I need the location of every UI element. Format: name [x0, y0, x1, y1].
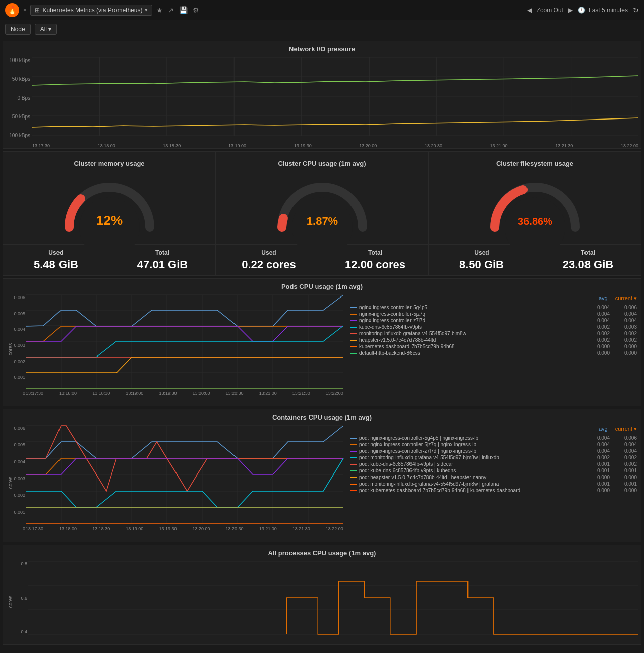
pods-legend-color-7: [350, 353, 357, 354]
containers-legend-name-8: pod: kubernetes-dashboard-7b7b5cd79b-94h…: [359, 488, 590, 493]
pods-legend-row-0: nginx-ingress-controller-5g4p5 0.004 0.0…: [350, 305, 637, 310]
pods-legend-avg-7: 0.000: [592, 350, 610, 356]
pods-legend-current-5: 0.002: [612, 337, 637, 343]
stat-label-0: Used: [7, 249, 105, 256]
stat-cpu-used: Used 0.22 cores: [216, 245, 322, 276]
pods-legend-row-3: kube-dns-6c857864fb-v9pts 0.002 0.003: [350, 324, 637, 330]
refresh-button[interactable]: ↻: [633, 6, 639, 14]
memory-gauge-title: Cluster memory usage: [7, 156, 211, 169]
pods-legend-color-0: [350, 307, 357, 308]
svg-text:36.86%: 36.86%: [518, 216, 552, 227]
grafana-logo[interactable]: 🔥: [5, 3, 19, 17]
stat-value-2: 0.22 cores: [220, 258, 318, 271]
network-x-axis: 13:17:30 13:18:00 13:18:30 13:19:00 13:1…: [32, 143, 638, 148]
containers-legend-avg-5: 0.001: [592, 468, 610, 473]
containers-legend-color-1: [350, 444, 357, 445]
pods-legend-current-7: 0.000: [612, 350, 637, 356]
pods-legend-current-1: 0.004: [612, 311, 637, 317]
containers-legend-row-6: pod: heapster-v1.5.0-7c4c7d788b-44ltd | …: [350, 474, 637, 480]
containers-legend-name-3: pod: monitoring-influxdb-grafana-v4-554f…: [359, 455, 590, 460]
pods-legend-current-4: 0.002: [612, 331, 637, 336]
all-processes-chart-area: cores 0.80.60.4: [3, 559, 641, 644]
containers-legend-avg-2: 0.004: [592, 448, 610, 454]
stat-value-5: 23.08 GiB: [539, 258, 637, 271]
zoom-back-button[interactable]: ◀: [527, 7, 532, 14]
dashboard-tab[interactable]: ⊞ Kubernetes Metrics (via Prometheus) ▾: [30, 5, 152, 16]
containers-legend-row-5: pod: kube-dns-6c857864fb-v9pts | kubedns…: [350, 468, 637, 473]
containers-legend-current-2: 0.004: [612, 448, 637, 454]
pods-legend-name-4: monitoring-influxdb-grafana-v4-554f5d97-…: [359, 331, 590, 336]
pods-cpu-title: Pods CPU usage (1m avg): [3, 279, 641, 292]
pods-legend-avg-3: 0.002: [592, 324, 610, 330]
dashboard-title: Kubernetes Metrics (via Prometheus): [42, 7, 142, 14]
pods-legend-color-5: [350, 340, 357, 341]
stat-value-0: 5.48 GiB: [7, 258, 105, 271]
pods-legend-name-6: kubernetes-dashboard-7b7b5cd79b-94h68: [359, 344, 590, 349]
pods-legend-color-2: [350, 320, 357, 321]
zoom-forward-button[interactable]: ▶: [568, 7, 573, 14]
node-filter-button[interactable]: Node: [5, 24, 31, 35]
header-icons: ★ ↗ 💾 ⚙: [156, 6, 199, 14]
containers-cpu-title: Containers CPU usage (1m avg): [3, 409, 641, 423]
network-io-panel: Network I/O pressure 100 kBps 50 kBps 0 …: [3, 41, 641, 149]
pods-legend-name-2: nginx-ingress-controller-z7l7d: [359, 318, 590, 323]
containers-cpu-chart-area: cores 0.0060.0050.0040.0030.0020.0010: [3, 423, 346, 542]
pods-legend-name-5: heapster-v1.5.0-7c4c7d788b-44ltd: [359, 337, 590, 343]
pods-legend-current-header[interactable]: current ▾: [615, 295, 637, 302]
network-io-title: Network I/O pressure: [3, 41, 641, 55]
gauges-row: Cluster memory usage 12% Cluster CPU usa…: [3, 151, 641, 245]
filesystem-gauge-panel: Cluster filesystem usage 36.86%: [429, 151, 641, 245]
containers-y-axis: 0.0060.0050.0040.0030.0020.0010: [7, 426, 25, 531]
network-y-axis: 100 kBps 50 kBps 0 Bps -50 kBps -100 kBp…: [3, 57, 32, 138]
pods-cpu-content: cores 0.0060.0050.0040.0030.0020.0010: [3, 292, 641, 406]
y-label-2: 0 Bps: [17, 95, 30, 101]
containers-legend-row-8: pod: kubernetes-dashboard-7b7b5cd79b-94h…: [350, 488, 637, 493]
containers-legend-current-0: 0.006: [612, 435, 637, 441]
pods-cpu-svg: [26, 295, 343, 388]
y-label-4: -100 kBps: [8, 133, 30, 138]
containers-legend-current-4: 0.002: [612, 461, 637, 467]
y-label-0: 100 kBps: [9, 57, 30, 63]
containers-x-axis: 13:17:3013:18:0013:18:3013:19:0013:19:30…: [26, 526, 343, 531]
containers-legend-color-2: [350, 451, 357, 452]
stat-label-3: Total: [326, 249, 424, 256]
pods-y-axis: 0.0060.0050.0040.0030.0020.0010: [7, 295, 25, 396]
time-range[interactable]: 🕐 Last 5 minutes: [578, 7, 628, 14]
containers-legend-row-1: pod: nginx-ingress-controller-5jz7q | ng…: [350, 442, 637, 447]
pods-legend-row-7: default-http-backend-86css 0.000 0.000: [350, 350, 637, 356]
share-icon[interactable]: ↗: [168, 6, 174, 14]
pods-cpu-legend: avg current ▾ nginx-ingress-controller-5…: [346, 292, 641, 406]
containers-legend-avg-6: 0.000: [592, 474, 610, 480]
header: 🔥 ▪ ⊞ Kubernetes Metrics (via Prometheus…: [0, 0, 644, 20]
filesystem-gauge-title: Cluster filesystem usage: [433, 156, 637, 169]
pods-legend-name-1: nginx-ingress-controller-5jz7q: [359, 311, 590, 317]
containers-legend-current-1: 0.004: [612, 442, 637, 447]
cpu-gauge-svg: 1.87%: [272, 174, 373, 235]
save-icon[interactable]: 💾: [179, 6, 188, 14]
containers-legend-color-0: [350, 438, 357, 439]
pods-legend-header: avg current ▾: [350, 295, 637, 302]
settings-icon[interactable]: ⚙: [193, 6, 199, 14]
containers-legend-name-6: pod: heapster-v1.5.0-7c4c7d788b-44ltd | …: [359, 474, 590, 480]
pods-cpu-chart-area: cores 0.0060.0050.0040.0030.0020.0010: [3, 292, 346, 406]
containers-legend-color-3: [350, 457, 357, 458]
filesystem-gauge-svg: 36.86%: [485, 174, 586, 235]
pods-legend-name-0: nginx-ingress-controller-5g4p5: [359, 305, 590, 310]
pods-legend-avg-2: 0.004: [592, 318, 610, 323]
stat-label-4: Used: [433, 249, 531, 256]
all-filter-button[interactable]: All ▾: [35, 24, 57, 35]
pods-legend-current-6: 0.000: [612, 344, 637, 349]
stat-value-1: 47.01 GiB: [113, 258, 211, 271]
pods-legend-color-6: [350, 346, 357, 347]
stat-label-2: Used: [220, 249, 318, 256]
pods-legend-row-5: heapster-v1.5.0-7c4c7d788b-44ltd 0.002 0…: [350, 337, 637, 343]
pods-legend-current-0: 0.006: [612, 305, 637, 310]
stat-memory-total: Total 47.01 GiB: [109, 245, 216, 276]
containers-cpu-content: cores 0.0060.0050.0040.0030.0020.0010: [3, 423, 641, 542]
containers-legend-row-0: pod: nginx-ingress-controller-5g4p5 | ng…: [350, 435, 637, 441]
containers-legend-current-header[interactable]: current ▾: [615, 426, 637, 432]
stat-fs-total: Total 23.08 GiB: [535, 245, 641, 276]
star-icon[interactable]: ★: [156, 6, 163, 14]
pods-legend-name-3: kube-dns-6c857864fb-v9pts: [359, 324, 590, 330]
zoom-out-button[interactable]: Zoom Out: [537, 7, 563, 14]
